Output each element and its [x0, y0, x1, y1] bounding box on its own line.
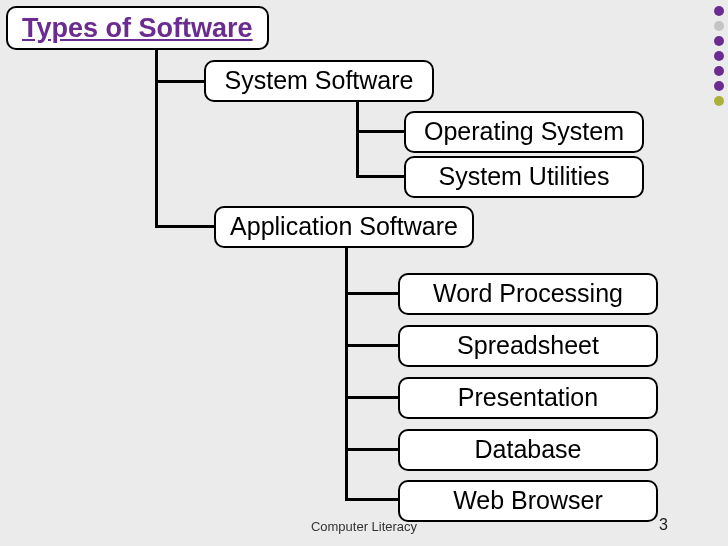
node-operating-system: Operating System — [404, 111, 644, 153]
connector — [345, 245, 348, 500]
connector — [345, 448, 400, 451]
connector — [356, 175, 406, 178]
connector — [356, 100, 359, 177]
node-system-software: System Software — [204, 60, 434, 102]
connector — [356, 130, 406, 133]
node-spreadsheet: Spreadsheet — [398, 325, 658, 367]
connector — [155, 225, 215, 228]
footer-page-number: 3 — [659, 516, 668, 534]
node-application-software: Application Software — [214, 206, 474, 248]
connector — [345, 396, 400, 399]
node-web-browser: Web Browser — [398, 480, 658, 522]
connector — [345, 498, 400, 501]
connector — [345, 292, 400, 295]
node-system-utilities: System Utilities — [404, 156, 644, 198]
slide: Types of Software System Software Operat… — [0, 0, 728, 546]
node-word-processing: Word Processing — [398, 273, 658, 315]
footer-course: Computer Literacy — [311, 519, 417, 534]
node-root: Types of Software — [6, 6, 269, 50]
connector — [155, 80, 205, 83]
connector — [155, 45, 158, 227]
connector — [345, 344, 400, 347]
node-presentation: Presentation — [398, 377, 658, 419]
node-database: Database — [398, 429, 658, 471]
